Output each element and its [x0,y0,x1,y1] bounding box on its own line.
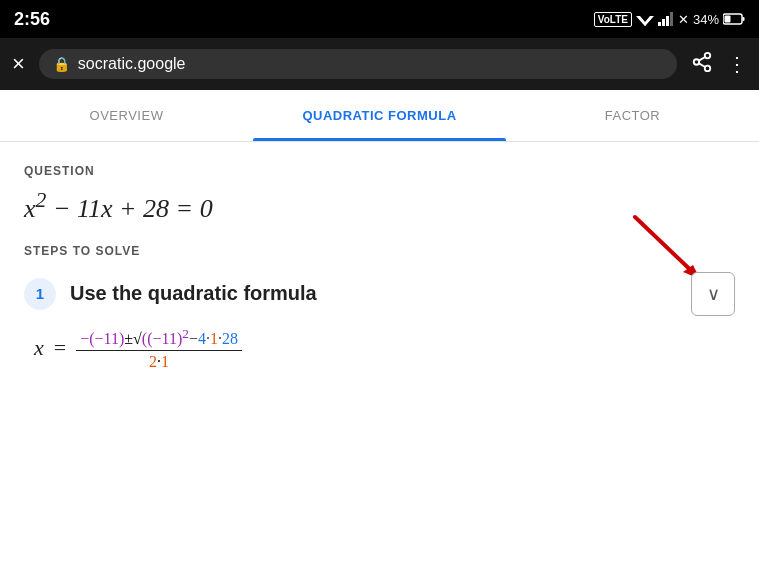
svg-rect-5 [670,12,673,26]
chevron-down-icon: ∨ [707,283,720,305]
formula-variable: x [34,335,44,361]
svg-rect-2 [658,22,661,26]
svg-line-13 [699,56,705,60]
svg-rect-7 [743,17,745,21]
browser-actions: ⋮ [691,51,747,78]
volte-icon: VoLTE [594,12,632,27]
step-1-title: Use the quadratic formula [70,282,677,305]
formula-numerator: −(−11)±√((−11)2−4·1·28 [76,326,242,351]
status-icons: VoLTE ✕ 34% [594,12,745,27]
browser-bar: × 🔒 socratic.google ⋮ [0,38,759,90]
lock-icon: 🔒 [53,56,70,72]
signal-x-icon: ✕ [678,12,689,27]
url-text: socratic.google [78,55,186,73]
step-1-container: 1 Use the quadratic formula ∨ [24,272,735,316]
content-area: QUESTION x2 − 11x + 28 = 0 STEPS TO SOLV… [0,142,759,387]
svg-rect-8 [725,16,731,23]
tab-quadratic[interactable]: QUADRATIC FORMULA [253,90,506,141]
tabs-bar: OVERVIEW QUADRATIC FORMULA FACTOR [0,90,759,142]
battery-percent: 34% [693,12,719,27]
svg-line-12 [699,63,705,67]
battery-icon [723,13,745,25]
status-bar: 2:56 VoLTE ✕ 34% [0,0,759,38]
url-box[interactable]: 🔒 socratic.google [39,49,677,79]
formula-denominator: 2·1 [145,351,173,371]
formula-equals: = [54,335,66,361]
close-button[interactable]: × [12,51,25,77]
svg-rect-4 [666,16,669,26]
equation-display: x2 − 11x + 28 = 0 [24,188,735,224]
step-number-1: 1 [24,278,56,310]
formula-display: x = −(−11)±√((−11)2−4·1·28 2·1 [24,326,735,371]
steps-label: STEPS TO SOLVE [24,244,735,258]
question-label: QUESTION [24,164,735,178]
more-options-icon[interactable]: ⋮ [727,52,747,76]
expand-step-1-button[interactable]: ∨ [691,272,735,316]
status-time: 2:56 [14,9,50,30]
share-icon[interactable] [691,51,713,78]
tab-factor[interactable]: FACTOR [506,90,759,141]
tab-overview[interactable]: OVERVIEW [0,90,253,141]
step-1-row: 1 Use the quadratic formula ∨ [24,272,735,316]
formula-fraction: −(−11)±√((−11)2−4·1·28 2·1 [76,326,242,371]
wifi-icon [636,12,654,26]
svg-rect-3 [662,19,665,26]
signal-icon [658,12,674,26]
